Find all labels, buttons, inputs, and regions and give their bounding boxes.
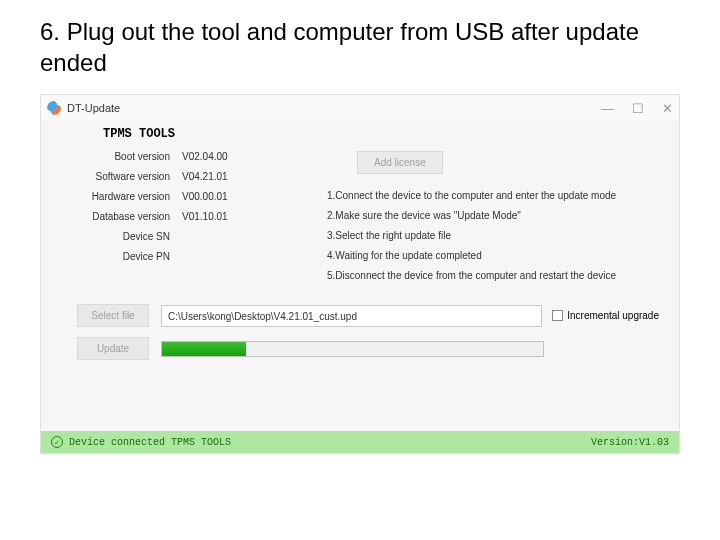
status-version: Version:V1.03 [591, 437, 669, 448]
window-title: DT-Update [67, 102, 120, 114]
close-icon[interactable]: ✕ [662, 101, 673, 116]
minimize-icon[interactable]: — [601, 101, 614, 116]
incremental-upgrade-label: Incremental upgrade [567, 310, 659, 321]
app-window: DT-Update — ☐ ✕ TPMS TOOLS Boot version … [40, 94, 680, 454]
select-file-button[interactable]: Select file [77, 304, 149, 327]
instruction-step: 3.Select the right update file [327, 230, 659, 241]
titlebar: DT-Update — ☐ ✕ [41, 95, 679, 121]
incremental-upgrade-checkbox[interactable]: Incremental upgrade [552, 310, 659, 321]
file-path-input[interactable]: C:\Users\kong\Desktop\V4.21.01_cust.upd [161, 305, 542, 327]
device-pn-label: Device PN [77, 251, 182, 262]
device-pn-value [182, 251, 297, 262]
window-controls: — ☐ ✕ [601, 101, 673, 116]
instructions-list: 1.Connect the device to the computer and… [327, 190, 659, 281]
slide-instruction: 6. Plug out the tool and computer from U… [0, 0, 720, 86]
device-sn-value [182, 231, 297, 242]
software-version-value: V04.21.01 [182, 171, 297, 182]
add-license-button[interactable]: Add license [357, 151, 443, 174]
instruction-step: 4.Waiting for the update completed [327, 250, 659, 261]
app-icon [47, 101, 61, 115]
status-text: Device connected TPMS TOOLS [69, 437, 231, 448]
database-version-value: V01.10.01 [182, 211, 297, 222]
update-button[interactable]: Update [77, 337, 149, 360]
progress-bar [161, 341, 544, 357]
device-info: Boot version V02.04.00 Software version … [77, 151, 297, 290]
statusbar: ✓ Device connected TPMS TOOLS Version:V1… [41, 431, 679, 453]
check-circle-icon: ✓ [51, 436, 63, 448]
instruction-step: 5.Disconnect the device from the compute… [327, 270, 659, 281]
hardware-version-value: V00.00.01 [182, 191, 297, 202]
checkbox-icon [552, 310, 563, 321]
database-version-label: Database version [77, 211, 182, 222]
instruction-step: 2.Make sure the device was "Update Mode" [327, 210, 659, 221]
page-title: TPMS TOOLS [103, 127, 659, 141]
maximize-icon[interactable]: ☐ [632, 101, 644, 116]
device-sn-label: Device SN [77, 231, 182, 242]
instruction-step: 1.Connect the device to the computer and… [327, 190, 659, 201]
software-version-label: Software version [77, 171, 182, 182]
boot-version-label: Boot version [77, 151, 182, 162]
boot-version-value: V02.04.00 [182, 151, 297, 162]
hardware-version-label: Hardware version [77, 191, 182, 202]
progress-fill [162, 342, 246, 356]
